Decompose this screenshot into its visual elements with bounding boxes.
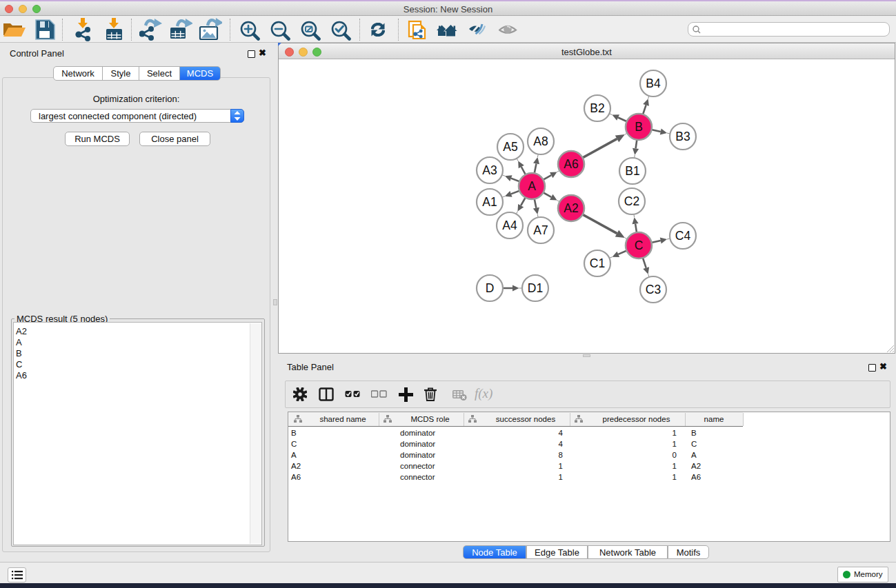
svg-text:D: D <box>486 281 495 295</box>
svg-text:B2: B2 <box>590 101 604 115</box>
svg-text:B3: B3 <box>675 130 690 143</box>
svg-text:A4: A4 <box>502 219 517 232</box>
svg-text:C2: C2 <box>624 194 639 208</box>
svg-text:A7: A7 <box>533 223 548 237</box>
svg-text:B4: B4 <box>646 77 661 90</box>
svg-text:C: C <box>635 239 644 252</box>
svg-text:A6: A6 <box>564 157 578 171</box>
svg-text:A5: A5 <box>503 140 517 154</box>
svg-text:A3: A3 <box>482 163 497 177</box>
svg-text:A: A <box>528 179 536 193</box>
svg-text:B: B <box>635 120 643 134</box>
svg-text:A8: A8 <box>533 134 548 148</box>
svg-text:D1: D1 <box>528 281 543 295</box>
svg-text:C1: C1 <box>590 256 605 270</box>
svg-text:C3: C3 <box>646 283 661 296</box>
svg-text:A2: A2 <box>564 201 578 215</box>
svg-text:C4: C4 <box>675 229 691 243</box>
svg-text:B1: B1 <box>625 164 639 178</box>
svg-text:A1: A1 <box>482 195 497 209</box>
